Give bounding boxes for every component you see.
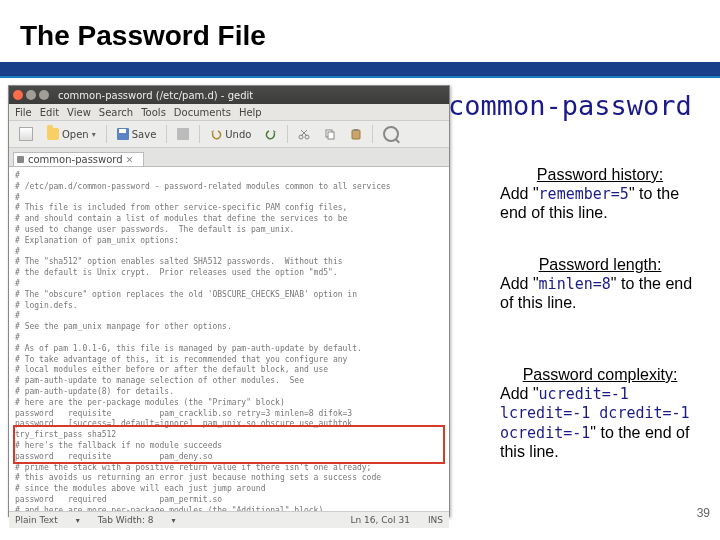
- svg-rect-5: [354, 129, 358, 131]
- undo-label: Undo: [225, 129, 251, 140]
- code-line: # used to change user passwords. The def…: [15, 225, 443, 236]
- note-text: Add ": [500, 275, 539, 292]
- statusbar: Plain Text▾ Tab Width: 8▾ Ln 16, Col 31 …: [9, 511, 449, 528]
- folder-open-icon: [47, 128, 59, 140]
- status-cursor: Ln 16, Col 31: [351, 515, 410, 525]
- filename-callout: common-password: [448, 90, 692, 121]
- minimize-icon[interactable]: [26, 90, 36, 100]
- code-line: # To take advantage of this, it is recom…: [15, 355, 443, 366]
- cut-button[interactable]: [294, 126, 314, 142]
- note-heading: Password length:: [500, 255, 700, 274]
- code-line: #: [15, 333, 443, 344]
- editor-body[interactable]: # # /etc/pam.d/common-password - passwor…: [9, 167, 449, 511]
- menu-documents[interactable]: Documents: [174, 107, 231, 118]
- open-button[interactable]: Open▾: [43, 126, 100, 142]
- code-line: #: [15, 171, 443, 182]
- menu-file[interactable]: File: [15, 107, 32, 118]
- new-button[interactable]: [15, 125, 37, 143]
- menu-search[interactable]: Search: [99, 107, 133, 118]
- code-line: # See the pam_unix manpage for other opt…: [15, 322, 443, 333]
- code-line: # prime the stack with a positive return…: [15, 463, 443, 474]
- status-ins: INS: [428, 515, 443, 525]
- copy-button[interactable]: [320, 126, 340, 142]
- page-number: 39: [697, 506, 710, 520]
- code-line: # Explanation of pam_unix options:: [15, 236, 443, 247]
- tab-label: common-password: [28, 154, 123, 165]
- close-icon[interactable]: [13, 90, 23, 100]
- code-line: # pam-auth-update to manage selection of…: [15, 376, 443, 387]
- undo-button[interactable]: Undo: [206, 126, 255, 142]
- clipboard-icon: [350, 128, 362, 140]
- note-password-complexity: Password complexity: Add "ucredit=-1 lcr…: [500, 365, 700, 461]
- code-line: # pam-auth-update(8) for details.: [15, 387, 443, 398]
- code-line: #: [15, 311, 443, 322]
- separator: [166, 125, 167, 143]
- document-icon: [19, 127, 33, 141]
- menu-view[interactable]: View: [67, 107, 91, 118]
- note-password-history: Password history: Add "remember=5" to th…: [500, 165, 700, 223]
- print-icon: [177, 128, 189, 140]
- code-line: # here are the per-package modules (the …: [15, 398, 443, 409]
- code-snippet: remember=5: [539, 185, 629, 203]
- window-titlebar[interactable]: common-password (/etc/pam.d) - gedit: [9, 86, 449, 104]
- code-line: # the default is Unix crypt. Prior relea…: [15, 268, 443, 279]
- search-button[interactable]: [379, 124, 403, 144]
- chevron-down-icon: ▾: [172, 516, 176, 525]
- save-label: Save: [132, 129, 157, 140]
- save-icon: [117, 128, 129, 140]
- highlight-box: [13, 425, 445, 464]
- separator: [106, 125, 107, 143]
- scissors-icon: [298, 128, 310, 140]
- slide: The Password File common-password (/etc/…: [0, 0, 720, 540]
- separator: [199, 125, 200, 143]
- code-line: # and here are more per-package modules …: [15, 506, 443, 511]
- svg-rect-3: [328, 132, 334, 139]
- note-heading: Password complexity:: [500, 365, 700, 384]
- note-password-length: Password length: Add "minlen=8" to the e…: [500, 255, 700, 313]
- toolbar: Open▾ Save Undo: [9, 121, 449, 148]
- title-underline: [0, 62, 720, 78]
- separator: [372, 125, 373, 143]
- svg-rect-4: [352, 130, 360, 139]
- status-mode[interactable]: Plain Text: [15, 515, 58, 525]
- separator: [287, 125, 288, 143]
- note-text: Add ": [500, 385, 539, 402]
- print-button[interactable]: [173, 126, 193, 142]
- status-tabwidth[interactable]: Tab Width: 8: [98, 515, 154, 525]
- code-line: password requisite pam_cracklib.so retry…: [15, 409, 443, 420]
- menubar: File Edit View Search Tools Documents He…: [9, 104, 449, 121]
- code-line: # As of pam 1.0.1-6, this file is manage…: [15, 344, 443, 355]
- code-line: # local modules either before or after t…: [15, 365, 443, 376]
- code-line: # /etc/pam.d/common-password - password-…: [15, 182, 443, 193]
- tab-close-icon[interactable]: ✕: [126, 155, 134, 165]
- note-heading: Password history:: [500, 165, 700, 184]
- code-line: # and should contain a list of modules t…: [15, 214, 443, 225]
- chevron-down-icon: ▾: [76, 516, 80, 525]
- redo-button[interactable]: [261, 126, 281, 142]
- code-line: # This file is included from other servi…: [15, 203, 443, 214]
- code-line: # this avoids us returning an error just…: [15, 473, 443, 484]
- save-button[interactable]: Save: [113, 126, 161, 142]
- maximize-icon[interactable]: [39, 90, 49, 100]
- code-snippet: minlen=8: [539, 275, 611, 293]
- slide-title: The Password File: [20, 20, 266, 52]
- search-icon: [383, 126, 399, 142]
- menu-help[interactable]: Help: [239, 107, 262, 118]
- chevron-down-icon: ▾: [92, 130, 96, 139]
- code-line: #: [15, 247, 443, 258]
- open-label: Open: [62, 129, 89, 140]
- copy-icon: [324, 128, 336, 140]
- editor-tab[interactable]: common-password ✕: [13, 152, 144, 166]
- menu-tools[interactable]: Tools: [141, 107, 166, 118]
- paste-button[interactable]: [346, 126, 366, 142]
- redo-icon: [265, 128, 277, 140]
- code-line: password required pam_permit.so: [15, 495, 443, 506]
- undo-icon: [210, 128, 222, 140]
- code-line: # The "obscure" option replaces the old …: [15, 290, 443, 301]
- code-line: #: [15, 279, 443, 290]
- code-line: # login.defs.: [15, 301, 443, 312]
- code-line: #: [15, 193, 443, 204]
- note-text: Add ": [500, 185, 539, 202]
- gedit-window: common-password (/etc/pam.d) - gedit Fil…: [8, 85, 450, 517]
- menu-edit[interactable]: Edit: [40, 107, 59, 118]
